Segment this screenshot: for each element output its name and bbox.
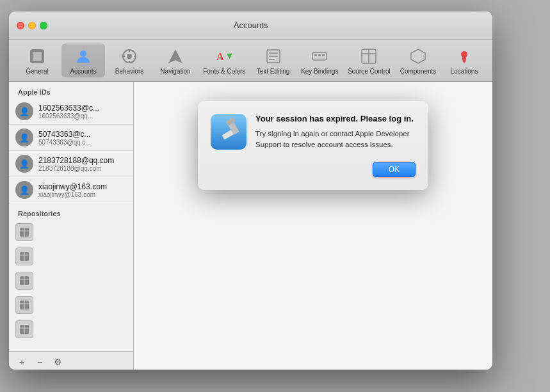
dialog-footer: OK [211, 162, 416, 177]
svg-marker-9 [168, 49, 182, 63]
toolbar-item-source-control[interactable]: Source Control [344, 43, 394, 77]
locations-label: Locations [451, 68, 478, 75]
modal-overlay: Your session has expired. Please log in.… [134, 82, 492, 370]
dialog-top: Your session has expired. Please log in.… [211, 114, 416, 152]
close-button[interactable] [17, 22, 24, 29]
add-account-button[interactable]: + [15, 356, 28, 368]
main-content: Your session has expired. Please log in.… [134, 82, 492, 370]
repo-item-2[interactable] [9, 269, 133, 293]
toolbar-item-accounts[interactable]: Accounts [61, 43, 105, 77]
repo-item-1[interactable] [9, 244, 133, 269]
repo-icon-4 [15, 320, 33, 338]
remove-account-button[interactable]: − [33, 356, 46, 368]
account-item-0[interactable]: 👤 1602563633@c... 1602563633@qq... [9, 98, 133, 125]
svg-text:A: A [216, 51, 224, 62]
account-avatar-3: 👤 [15, 181, 33, 199]
svg-point-4 [127, 54, 132, 59]
account-item-1[interactable]: 👤 50743363@c... 50743363@qq.c... [9, 125, 133, 151]
dialog-text-section: Your session has expired. Please log in.… [255, 114, 416, 150]
xcode-hammer-icon [211, 114, 247, 150]
svg-point-2 [80, 51, 86, 57]
account-name-0: 1602563633@c... [38, 104, 99, 113]
dialog-icon-wrap [211, 114, 247, 152]
dialog-body: Try signing in again or contact Apple De… [255, 129, 416, 151]
fonts-colors-icon: A [214, 46, 234, 67]
account-email-0: 1602563633@qq... [38, 113, 99, 120]
account-item-3[interactable]: 👤 xiaojinwy@163.com xiaojinwy@163.com [9, 177, 133, 203]
preferences-window: Accounts General Accounts Behaviors [9, 12, 492, 370]
maximize-button[interactable] [40, 22, 47, 29]
account-name-2: 2183728188@qq.com [38, 156, 114, 165]
text-editing-icon [263, 46, 284, 67]
account-info-1: 50743363@c... 50743363@qq.c... [38, 130, 91, 146]
repo-icon-0 [15, 223, 33, 241]
repo-item-4[interactable] [9, 317, 133, 341]
account-email-1: 50743363@qq.c... [38, 139, 91, 146]
source-control-icon [359, 46, 379, 67]
accounts-icon [73, 46, 93, 67]
general-icon [27, 46, 47, 67]
ok-button[interactable]: OK [373, 162, 416, 177]
minimize-button[interactable] [28, 22, 36, 29]
traffic-lights [9, 22, 47, 29]
svg-rect-17 [314, 54, 317, 56]
toolbar: General Accounts Behaviors Navigation A [9, 40, 492, 82]
session-expired-dialog: Your session has expired. Please log in.… [198, 101, 428, 190]
repo-icon-2 [15, 272, 33, 290]
toolbar-item-locations[interactable]: Locations [442, 43, 486, 77]
toolbar-item-fonts-colors[interactable]: A Fonts & Colors [200, 43, 249, 77]
account-avatar-2: 👤 [15, 155, 33, 173]
components-icon [408, 46, 428, 67]
window-title: Accounts [234, 20, 268, 30]
account-avatar-1: 👤 [15, 129, 33, 146]
account-email-3: xiaojinwy@163.com [38, 191, 107, 198]
behaviors-icon [119, 46, 140, 67]
components-label: Components [400, 68, 437, 75]
svg-rect-1 [33, 52, 42, 61]
sidebar-bottom-bar: + − ⚙ [9, 351, 133, 370]
toolbar-item-components[interactable]: Components [396, 43, 440, 77]
dialog-title: Your session has expired. Please log in. [255, 114, 416, 125]
accounts-label: Accounts [70, 68, 96, 75]
source-control-label: Source Control [348, 68, 391, 75]
account-info-2: 2183728188@qq.com 2183728188@qq.com [38, 156, 114, 172]
behaviors-label: Behaviors [115, 68, 143, 75]
navigation-icon [165, 46, 186, 67]
svg-rect-18 [318, 54, 321, 56]
toolbar-item-navigation[interactable]: Navigation [154, 43, 197, 77]
navigation-label: Navigation [160, 68, 190, 75]
repo-item-0[interactable] [9, 220, 133, 244]
toolbar-item-general[interactable]: General [15, 43, 59, 77]
content-area: Apple IDs 👤 1602563633@c... 1602563633@q… [9, 82, 492, 370]
repo-icon-1 [15, 247, 33, 265]
sidebar: Apple IDs 👤 1602563633@c... 1602563633@q… [9, 82, 134, 370]
text-editing-label: Text Editing [257, 68, 290, 75]
toolbar-item-behaviors[interactable]: Behaviors [108, 43, 151, 77]
account-info-0: 1602563633@c... 1602563633@qq... [38, 104, 99, 120]
title-bar: Accounts [9, 12, 492, 40]
repo-item-3[interactable] [9, 293, 133, 317]
apple-ids-section-title: Apple IDs [9, 82, 133, 98]
account-name-3: xiaojinwy@163.com [38, 182, 107, 191]
general-label: General [26, 68, 49, 75]
account-email-2: 2183728188@qq.com [38, 165, 114, 172]
key-bindings-icon [309, 46, 330, 67]
account-name-1: 50743363@c... [38, 130, 91, 139]
locations-icon [454, 46, 474, 67]
svg-marker-11 [227, 54, 232, 59]
account-info-3: xiaojinwy@163.com xiaojinwy@163.com [38, 182, 107, 198]
toolbar-item-key-bindings[interactable]: Key Bindings [298, 43, 342, 77]
account-item-2[interactable]: 👤 2183728188@qq.com 2183728188@qq.com [9, 151, 133, 177]
toolbar-item-text-editing[interactable]: Text Editing [252, 43, 295, 77]
account-avatar-0: 👤 [15, 102, 33, 120]
fonts-colors-label: Fonts & Colors [203, 68, 245, 75]
settings-account-button[interactable]: ⚙ [51, 356, 64, 368]
svg-rect-19 [322, 54, 325, 56]
repositories-section-title: Repositories [9, 203, 133, 220]
key-bindings-label: Key Bindings [301, 68, 338, 75]
repo-icon-3 [15, 296, 33, 314]
